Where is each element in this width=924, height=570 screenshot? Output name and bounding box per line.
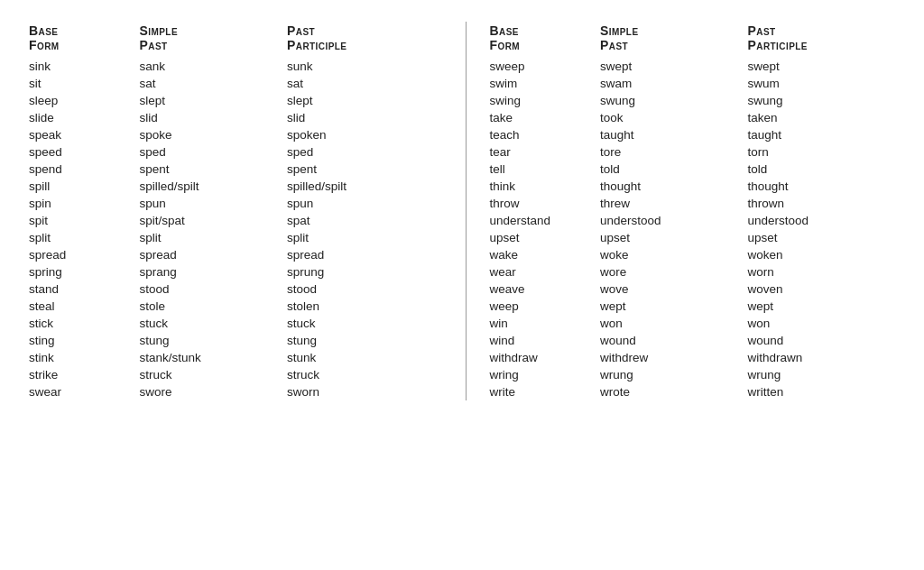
table-row: sinksanksunk [29, 58, 435, 75]
table-cell: sweep [490, 58, 601, 75]
table-cell: spring [29, 263, 140, 280]
table-cell: wept [600, 298, 747, 315]
table-cell: spun [287, 195, 434, 212]
table-cell: spread [29, 246, 140, 263]
table-cell: upset [490, 229, 601, 246]
table-cell: swim [490, 75, 601, 92]
table-cell: wear [490, 263, 601, 280]
table-cell: stole [140, 298, 287, 315]
table-cell: sank [140, 58, 287, 75]
table-cell: taught [600, 126, 747, 143]
table-cell: wrote [600, 383, 747, 400]
table-cell: tore [600, 143, 747, 161]
table-cell: stung [140, 332, 287, 349]
table-cell: tell [490, 161, 601, 178]
table-cell: stink [29, 349, 140, 366]
table-cell: upset [748, 229, 895, 246]
table-cell: steal [29, 298, 140, 315]
table-cell: spoken [287, 126, 434, 143]
table-cell: tear [490, 143, 601, 161]
table-cell: slid [140, 109, 287, 126]
table-cell: stand [29, 280, 140, 298]
table-cell: taken [748, 109, 895, 126]
table-row: strikestruckstruck [29, 366, 435, 383]
table-cell: thrown [748, 195, 895, 212]
page-container: BaseForm SimplePast PastParticiple sinks… [29, 22, 895, 400]
table-cell: withdrawn [748, 349, 895, 366]
table-row: spreadspreadspread [29, 246, 435, 263]
table-cell: struck [287, 366, 434, 383]
table-cell: write [490, 383, 601, 400]
table-cell: withdraw [490, 349, 601, 366]
table-row: windwoundwound [490, 332, 896, 349]
left-verb-table: BaseForm SimplePast PastParticiple sinks… [29, 22, 435, 400]
table-row: wringwrungwrung [490, 366, 896, 383]
table-cell: weep [490, 298, 601, 315]
right-header-participle: PastParticiple [748, 22, 895, 58]
table-cell: wove [600, 280, 747, 298]
table-cell: upset [600, 229, 747, 246]
table-row: winwonwon [490, 315, 896, 332]
table-cell: told [748, 161, 895, 178]
table-row: splitsplitsplit [29, 229, 435, 246]
table-row: stickstuckstuck [29, 315, 435, 332]
table-row: taketooktaken [490, 109, 896, 126]
table-cell: stick [29, 315, 140, 332]
table-cell: spun [140, 195, 287, 212]
table-row: upsetupsetupset [490, 229, 896, 246]
table-cell: sprung [287, 263, 434, 280]
table-cell: stunk [287, 349, 434, 366]
table-cell: sat [287, 75, 434, 92]
table-cell: speak [29, 126, 140, 143]
table-cell: strike [29, 366, 140, 383]
table-cell: slid [287, 109, 434, 126]
table-cell: spill [29, 178, 140, 195]
table-cell: wound [748, 332, 895, 349]
table-cell: swept [748, 58, 895, 75]
table-row: throwthrewthrown [490, 195, 896, 212]
table-cell: throw [490, 195, 601, 212]
table-row: stingstungstung [29, 332, 435, 349]
table-cell: told [600, 161, 747, 178]
table-row: spinspunspun [29, 195, 435, 212]
table-cell: spoke [140, 126, 287, 143]
table-cell: thought [748, 178, 895, 195]
table-cell: think [490, 178, 601, 195]
table-row: telltoldtold [490, 161, 896, 178]
table-cell: spin [29, 195, 140, 212]
table-cell: slide [29, 109, 140, 126]
table-cell: worn [748, 263, 895, 280]
table-cell: sleep [29, 92, 140, 109]
table-cell: slept [140, 92, 287, 109]
right-header-simple: SimplePast [600, 22, 747, 58]
table-cell: spread [287, 246, 434, 263]
table-cell: speed [29, 143, 140, 161]
table-cell: spent [287, 161, 434, 178]
table-cell: spend [29, 161, 140, 178]
table-cell: torn [748, 143, 895, 161]
table-cell: swore [140, 383, 287, 400]
table-cell: stank/stunk [140, 349, 287, 366]
table-cell: sped [140, 143, 287, 161]
table-row: stealstolestolen [29, 298, 435, 315]
table-row: withdrawwithdrewwithdrawn [490, 349, 896, 366]
table-cell: stung [287, 332, 434, 349]
table-cell: swear [29, 383, 140, 400]
table-cell: stood [287, 280, 434, 298]
table-row: swimswamswum [490, 75, 896, 92]
table-cell: taught [748, 126, 895, 143]
table-cell: stolen [287, 298, 434, 315]
right-table-section: BaseForm SimplePast PastParticiple sweep… [483, 22, 896, 400]
table-cell: swing [490, 92, 601, 109]
table-row: wakewokewoken [490, 246, 896, 263]
table-cell: sped [287, 143, 434, 161]
table-cell: won [748, 315, 895, 332]
table-cell: win [490, 315, 601, 332]
table-row: weavewovewoven [490, 280, 896, 298]
table-cell: stuck [140, 315, 287, 332]
table-cell: wrung [748, 366, 895, 383]
table-row: speakspokespoken [29, 126, 435, 143]
table-cell: sit [29, 75, 140, 92]
table-row: swearsworesworn [29, 383, 435, 400]
table-cell: wring [490, 366, 601, 383]
